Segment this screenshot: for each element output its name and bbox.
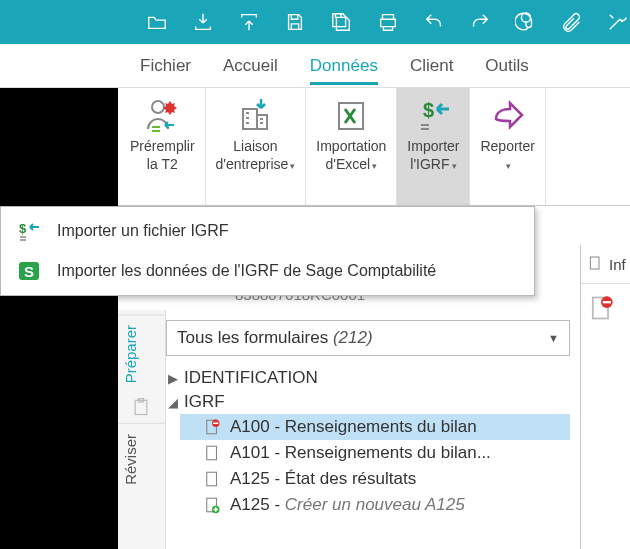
menu-import-fichier-igrf[interactable]: $ Importer un fichier IGRF [1,211,534,251]
open-icon[interactable] [145,9,169,35]
right-dock-panel: Inf [580,245,630,549]
document-error-icon [202,417,222,437]
svg-rect-20 [603,301,611,303]
document-icon [202,443,222,463]
email-icon[interactable] [514,9,538,35]
tree-node-igrf[interactable]: ◢ IGRF [166,390,570,414]
side-tab-reviser[interactable]: Réviser [118,423,165,495]
ribbon-label: Liaisond'entreprise▾ [216,138,296,173]
redo-icon[interactable] [468,9,492,35]
ribbon-importation-excel[interactable]: Importationd'Excel▾ [306,88,397,205]
chevron-down-icon: ▼ [548,332,559,344]
side-tab-preparer[interactable]: Préparer [118,314,165,393]
right-tab-label: Inf [609,256,626,273]
save-icon[interactable] [283,9,307,35]
ribbon-label: Importationd'Excel▾ [316,138,386,173]
tree-leaf-label: A100 - Renseignements du bilan [230,417,477,437]
ribbon-label: Reporter▾ [480,138,534,173]
excel-icon [330,94,372,136]
svg-rect-1 [243,109,257,129]
ribbon-label: Préremplirla T2 [130,138,195,173]
tree-leaf-a100[interactable]: A100 - Renseignements du bilan [180,414,570,440]
tab-accueil[interactable]: Accueil [223,48,278,84]
dollar-import-icon: $ [15,217,43,245]
quick-access-toolbar [0,0,630,44]
ribbon-liaison-entreprise[interactable]: Liaisond'entreprise▾ [206,88,307,205]
ribbon-tabs: Fichier Accueil Données Client Outils [0,44,630,88]
ribbon-reporter[interactable]: Reporter▾ [470,88,545,205]
svg-text:S: S [24,263,34,280]
importer-igrf-menu: $ Importer un fichier IGRF S Importer le… [0,206,535,296]
menu-item-label: Importer un fichier IGRF [57,222,229,240]
tab-fichier[interactable]: Fichier [140,48,191,84]
tree-node-label: IDENTIFICATION [184,368,318,388]
tree-leaf-label: A101 - Renseignements du bilan... [230,443,491,463]
document-icon [587,255,603,273]
forward-arrow-icon [487,94,529,136]
forms-tree: ▶ IDENTIFICATION ◢ IGRF A100 - Renseigne… [166,366,570,518]
expand-icon[interactable]: ▶ [166,371,180,386]
ribbon-label: Importerl'IGRF▾ [407,138,459,173]
export-icon[interactable] [237,9,261,35]
svg-rect-12 [213,423,218,425]
tree-node-label: IGRF [184,392,225,412]
tree-leaf-label: A125 - État des résultats [230,469,416,489]
attach-icon[interactable] [560,9,584,35]
collapse-icon[interactable]: ◢ [166,395,180,410]
tree-node-identification[interactable]: ▶ IDENTIFICATION [166,366,570,390]
sage-icon: S [15,257,43,285]
svg-point-0 [152,101,164,113]
tree-leaf-a125-new[interactable]: A125 - Créer un nouveau A125 [180,492,570,518]
print-icon[interactable] [375,9,399,35]
menu-import-sage[interactable]: S Importer les données de l'IGRF de Sage… [1,251,534,291]
tree-leaf-label: A125 - Créer un nouveau A125 [230,495,465,515]
tab-outils[interactable]: Outils [485,48,528,84]
svg-rect-13 [207,446,217,460]
form-filter-label: Tous les formulaires (212) [177,328,373,348]
import-icon[interactable] [191,9,215,35]
settings-icon[interactable] [606,9,630,35]
person-maple-icon [141,94,183,136]
tab-client[interactable]: Client [410,48,453,84]
building-download-icon [234,94,276,136]
clipboard-icon[interactable] [131,397,153,419]
document-icon [202,469,222,489]
left-gutter [0,88,118,549]
ribbon-preremplir-t2[interactable]: Préremplirla T2 [120,88,206,205]
dollar-import-icon: $ [412,94,454,136]
right-doc-preview [581,284,630,335]
tree-leaf-a125[interactable]: A125 - État des résultats [180,466,570,492]
svg-text:$: $ [423,99,434,121]
menu-item-label: Importer les données de l'IGRF de Sage C… [57,262,436,280]
workflow-side-tabs: Préparer Réviser [118,310,166,549]
ribbon-importer-igrf[interactable]: $ Importerl'IGRF▾ [397,88,470,205]
save-all-icon[interactable] [329,9,353,35]
svg-rect-17 [590,257,599,269]
undo-icon[interactable] [422,9,446,35]
document-error-icon [587,294,615,322]
right-tab-info[interactable]: Inf [581,245,630,284]
document-add-icon [202,495,222,515]
svg-rect-14 [207,472,217,486]
forms-pane: Tous les formulaires (212) ▼ ▶ IDENTIFIC… [166,320,570,518]
tab-donnees[interactable]: Données [310,48,378,84]
form-filter-dropdown[interactable]: Tous les formulaires (212) ▼ [166,320,570,356]
tree-leaf-a101[interactable]: A101 - Renseignements du bilan... [180,440,570,466]
svg-text:$: $ [19,221,27,236]
